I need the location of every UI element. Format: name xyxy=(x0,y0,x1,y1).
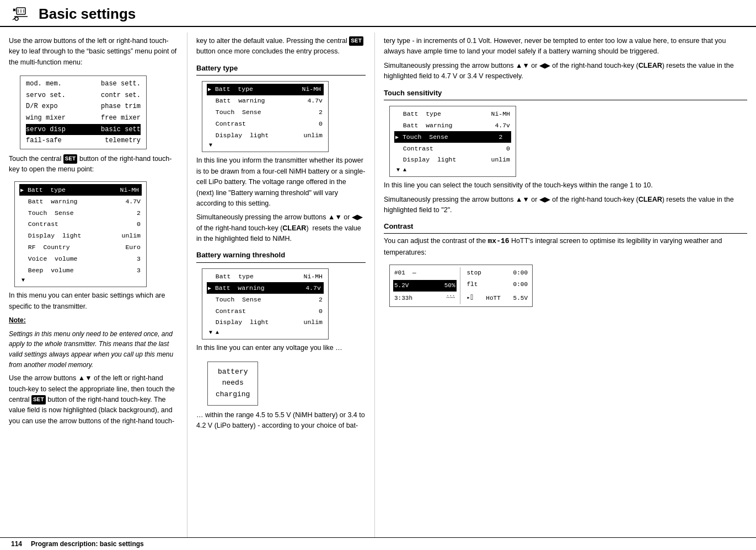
footer-label: Program description: basic settings xyxy=(31,540,144,548)
batt-range-text: … within the range 4.5 to 5.5 V (NiMH ba… xyxy=(196,410,366,432)
menu-row: RF CountryEuro xyxy=(19,242,142,254)
screen-row-active: Batt type Ni-MH xyxy=(207,84,324,95)
menu-row: mod. mem.base sett. xyxy=(26,78,141,90)
battery-line1: battery xyxy=(216,366,250,378)
screen-scroll-arrows2: ▼▲ xyxy=(394,166,511,175)
screen-scroll-down: ▼ xyxy=(207,141,324,150)
touch-sensitivity-heading: Touch sensitivity xyxy=(384,88,747,100)
contrast-row: flt0:00 xyxy=(466,279,529,290)
col2-key-instruction: key to alter the default value. Pressing… xyxy=(196,36,366,57)
contrast-left: #01 — 5.2V 50% 3:33h ∴∴∴ xyxy=(393,267,460,304)
screen-row: Batt warning4.7v xyxy=(394,120,511,131)
screen-scroll-arrows: ▼▲ xyxy=(207,328,324,337)
footer-page-number: 114 xyxy=(11,540,22,548)
battery-line2: needs xyxy=(216,378,250,389)
screen-row: Display lightunlim xyxy=(207,130,324,141)
screen-batt-warn: Batt typeNi-MH Batt warning 4.7v Touch S… xyxy=(202,268,329,340)
page-title: Basic settings xyxy=(39,6,136,23)
screen-row-active: Batt warning 4.7v xyxy=(207,282,324,294)
menu-row-active: Batt type Ni-MH xyxy=(19,184,142,196)
page-footer: 114 Program description: basic settings xyxy=(0,537,756,550)
battery-charging-box: battery needs charging xyxy=(207,362,258,406)
contrast-row: 3:33h ∴∴∴ xyxy=(393,293,457,304)
screen-batt-type: Batt type Ni-MH Batt warning4.7v Touch S… xyxy=(202,81,329,153)
menu-box-2: Batt type Ni-MH Batt warning4.7V Touch S… xyxy=(14,181,147,287)
touch-text1: In this line you can select the touch se… xyxy=(384,180,747,191)
screen-row-active: Touch Sense 2 xyxy=(394,131,511,143)
screen-row: Display lightunlim xyxy=(207,317,324,328)
col1-menu-desc: In this menu you can enter basic setting… xyxy=(9,290,178,312)
set-badge-3: SET xyxy=(349,36,363,46)
col3-text2: Simultaneously pressing the arrow button… xyxy=(384,61,747,82)
batt-warn-text: In this line you can enter any voltage y… xyxy=(196,343,366,353)
contrast-right: stop0:00 flt0:00 ▸⌷ HoTT 5.5V xyxy=(463,267,529,304)
contrast-row: stop0:00 xyxy=(466,267,529,279)
set-badge-2: SET xyxy=(31,395,46,405)
set-badge-1: SET xyxy=(63,154,78,164)
screen-row: Touch Sense2 xyxy=(207,294,324,305)
menu-row: D/R expophase trim xyxy=(26,101,141,112)
contrast-screen-inner: #01 — 5.2V 50% 3:33h ∴∴∴ stop0:00 xyxy=(393,267,529,304)
contrast-row-highlight: 5.2V 50% xyxy=(393,280,457,292)
menu-row: fail-safetelemetry xyxy=(26,135,141,147)
touch-text2: Simultaneously pressing the arrow button… xyxy=(384,195,747,216)
menu-row: servo set.contr set. xyxy=(26,90,141,101)
batt-warning-heading: Battery warning threshold xyxy=(196,250,366,262)
screen-row: Batt typeNi-MH xyxy=(207,271,324,283)
note-label: Note: xyxy=(9,315,178,326)
screen-row: Contrast0 xyxy=(207,118,324,130)
header-icons xyxy=(11,7,31,22)
menu-row-highlighted: servo dispbasic sett xyxy=(26,124,141,136)
contrast-row: #01 — xyxy=(393,267,457,279)
screen-row: Touch Sense2 xyxy=(207,107,324,118)
note-text: Settings in this menu only need to be en… xyxy=(9,329,178,370)
contrast-text1: You can adjust the contrast of the mx-16… xyxy=(384,236,747,258)
screen-row: Batt typeNi-MH xyxy=(394,109,511,120)
col1-intro: Use the arrow buttons of the left or rig… xyxy=(9,36,178,68)
mx16-label: mx-16 xyxy=(488,237,510,245)
battery-line3: charging xyxy=(216,389,250,401)
transmitter-icon xyxy=(11,7,31,22)
contrast-screen: #01 — 5.2V 50% 3:33h ∴∴∴ stop0:00 xyxy=(389,265,533,307)
touch-instruction: Touch the central SET button of the righ… xyxy=(9,154,178,175)
contrast-heading: Contrast xyxy=(384,221,747,234)
column-1: Use the arrow buttons of the left or rig… xyxy=(0,33,187,544)
scroll-arrow-down: ▼ xyxy=(19,276,142,285)
arrow-instruction: Use the arrow buttons ▲▼ of the left or … xyxy=(9,373,178,427)
batt-type-text2: Simultaneously pressing the arrow button… xyxy=(196,212,366,244)
menu-row: Beep volume3 xyxy=(19,265,142,276)
batt-type-text1: In this line you inform the transmitter … xyxy=(196,155,366,209)
screen-row: Display lightunlim xyxy=(394,154,511,166)
menu-box-1: mod. mem.base sett. servo set.contr set.… xyxy=(20,76,147,149)
screen-row: Batt warning4.7v xyxy=(207,95,324,107)
column-2: key to alter the default value. Pressing… xyxy=(187,33,375,544)
menu-row: Voice volume3 xyxy=(19,253,142,265)
screen-touch-sense: Batt typeNi-MH Batt warning4.7v Touch Se… xyxy=(389,106,516,177)
menu-row: Display lightunlim xyxy=(19,230,142,242)
contrast-row: ▸⌷ HoTT 5.5V xyxy=(466,293,529,304)
column-3: tery type - in increments of 0.1 Volt. H… xyxy=(375,33,756,544)
col3-text1: tery type - in increments of 0.1 Volt. H… xyxy=(384,36,747,57)
battery-type-heading: Battery type xyxy=(196,63,366,76)
menu-row: Contrast0 xyxy=(19,219,142,230)
screen-row: Contrast0 xyxy=(207,305,324,317)
menu-row: wing mixerfree mixer xyxy=(26,112,141,124)
menu-row: Touch Sense2 xyxy=(19,207,142,219)
screen-row: Contrast0 xyxy=(394,143,511,154)
page-header: Basic settings xyxy=(0,0,756,27)
page-body: Use the arrow buttons of the left or rig… xyxy=(0,27,756,544)
menu-row: Batt warning4.7V xyxy=(19,196,142,207)
